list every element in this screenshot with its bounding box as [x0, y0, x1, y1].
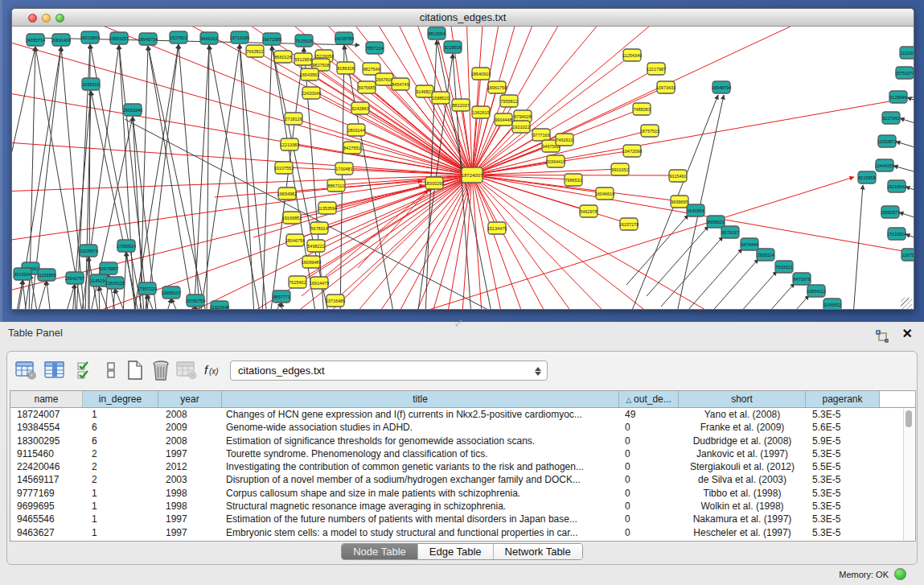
network-node[interactable]: 20691406 — [51, 34, 71, 46]
window-resize-grip[interactable] — [901, 298, 912, 309]
network-node[interactable]: 18640910 — [471, 68, 491, 80]
network-node[interactable]: 9901052 — [611, 163, 629, 175]
split-rows-button[interactable] — [99, 358, 123, 382]
network-node[interactable]: 5678314 — [310, 222, 328, 234]
network-node[interactable]: 9699695 — [671, 196, 688, 208]
table-row[interactable]: 946362711997Embryonic stem cells: a mode… — [10, 526, 915, 539]
network-node[interactable]: 10958107 — [162, 286, 181, 299]
network-node[interactable]: 12217987 — [647, 63, 666, 75]
network-node[interactable]: 2718126 — [285, 113, 302, 125]
network-node[interactable]: 9129946 — [889, 91, 907, 103]
network-node[interactable]: 11923448 — [210, 301, 229, 310]
network-node[interactable]: 20364416 — [546, 155, 565, 167]
table-row[interactable]: 977716911998Corpus callosum shape and si… — [10, 487, 915, 500]
network-node[interactable]: 8958923 — [707, 216, 725, 228]
network-node[interactable]: 18300295 — [425, 177, 444, 189]
network-node[interactable]: 7857224 — [366, 42, 384, 54]
network-node[interactable]: 13716485 — [326, 295, 345, 307]
network-node[interactable]: 8215958 — [858, 171, 876, 183]
function-builder-button[interactable]: f (x) — [202, 358, 226, 382]
network-window-titlebar[interactable]: citations_edges.txt — [12, 9, 914, 27]
network-node[interactable]: 10973433 — [656, 81, 676, 93]
panel-resize-cursor[interactable]: ⤢ — [455, 319, 462, 328]
network-node[interactable]: 1362615 — [472, 106, 490, 118]
network-node[interactable]: 8186328 — [337, 62, 355, 74]
table-row[interactable]: 911546021997Tourette syndrome. Phenomeno… — [10, 447, 915, 460]
close-panel-icon[interactable]: ✕ — [902, 326, 913, 341]
network-node[interactable]: 6679197 — [721, 226, 739, 238]
network-node[interactable]: 11254349 — [622, 49, 642, 61]
network-node[interactable]: 9904448 — [495, 113, 512, 126]
network-node[interactable]: 16543562 — [300, 68, 319, 80]
network-node[interactable]: 12213383 — [280, 138, 299, 150]
citation-network-graph[interactable]: 2405571420691406160338091065325718945734… — [12, 27, 914, 310]
network-node[interactable]: 12444159 — [875, 159, 894, 171]
network-node[interactable]: 7986532 — [565, 174, 582, 186]
network-node[interactable]: 9115460 — [669, 170, 687, 182]
network-node[interactable]: 15892971 — [881, 206, 900, 218]
network-node[interactable]: 15942757 — [65, 272, 84, 284]
network-node[interactable]: 7955812 — [500, 95, 518, 107]
network-node[interactable]: 11156859 — [37, 269, 56, 281]
network-node[interactable]: 10653257 — [109, 32, 129, 44]
network-node[interactable]: 7485083 — [633, 103, 651, 115]
network-node[interactable]: 90975887 — [99, 262, 118, 274]
network-node[interactable]: 17359924 — [117, 240, 136, 252]
network-node[interactable]: 24055714 — [26, 34, 45, 46]
column-header-year[interactable]: year — [158, 391, 222, 407]
column-header-name[interactable]: name — [10, 391, 83, 407]
column-header-title[interactable]: title — [222, 391, 619, 407]
network-node[interactable]: 8471676 — [793, 273, 811, 285]
network-node[interactable]: 7515526 — [295, 35, 313, 47]
network-node[interactable]: 19166852 — [282, 212, 302, 224]
table-row[interactable]: 1872400712008Changes of HCN gene express… — [10, 408, 915, 421]
network-node[interactable]: 17016504 — [887, 228, 906, 240]
network-node[interactable]: 20206576 — [79, 245, 98, 257]
network-node[interactable]: 9242843 — [351, 102, 369, 114]
new-table-button[interactable] — [123, 358, 147, 382]
network-node[interactable]: 9474444 — [741, 238, 758, 250]
network-node[interactable]: 10107552 — [274, 162, 294, 174]
show-columns-button[interactable] — [43, 358, 67, 382]
column-header-out_de[interactable]: △out_de... — [619, 391, 679, 407]
network-node[interactable]: 16914479 — [310, 277, 329, 289]
network-node[interactable]: 9227342 — [882, 112, 900, 124]
table-row[interactable]: 946554611997Estimation of the future num… — [10, 513, 915, 525]
vertical-scrollbar[interactable] — [903, 409, 914, 540]
table-row[interactable]: 1830029562008Estimation of significance … — [10, 435, 915, 447]
network-node[interactable]: 8822037 — [452, 99, 470, 111]
network-node[interactable]: 7625402 — [289, 276, 306, 288]
network-node[interactable]: 15134475 — [487, 222, 507, 234]
network-node[interactable]: 13505115 — [105, 277, 125, 289]
network-node[interactable]: 1640954 — [687, 204, 704, 216]
network-node[interactable]: 18945734 — [138, 33, 158, 45]
network-node[interactable]: 8813054 — [428, 27, 446, 39]
network-node[interactable]: 18046756 — [285, 234, 305, 246]
network-node[interactable]: 12093872 — [877, 135, 897, 147]
column-settings-button[interactable] — [14, 358, 38, 382]
network-node[interactable]: 1527602 — [170, 31, 187, 43]
network-node[interactable]: 7932621 — [775, 261, 793, 273]
network-node[interactable]: 17957223 — [138, 282, 157, 295]
table-row[interactable]: 969969511998Structural magnetic resonanc… — [10, 500, 915, 513]
column-header-in_degree[interactable]: in_degree — [83, 391, 158, 407]
tab-edge-table[interactable]: Edge Table — [418, 544, 494, 559]
column-header-short[interactable]: short — [679, 391, 806, 407]
network-node[interactable]: 16648794 — [712, 81, 731, 93]
network-node[interactable]: 15751074 — [895, 67, 914, 79]
network-node[interactable]: 16046616 — [595, 187, 614, 200]
table-row[interactable]: 1938455462009Genome-wide association stu… — [10, 421, 915, 434]
network-node[interactable]: 2065310 — [82, 78, 100, 90]
network-node[interactable]: 16210643 — [887, 180, 906, 192]
network-node[interactable]: 10472098 — [622, 145, 642, 157]
network-node[interactable]: 9245652 — [823, 299, 841, 310]
network-node[interactable]: 9857771 — [273, 290, 290, 303]
network-node[interactable]: 1167533 — [901, 249, 914, 261]
network-canvas[interactable]: 2405571420691406160338091065325718945734… — [12, 27, 914, 310]
tab-network-table[interactable]: Network Table — [494, 544, 582, 559]
network-node[interactable]: 2967608 — [376, 73, 393, 85]
network-node[interactable]: 18757515 — [640, 125, 659, 137]
network-node[interactable]: 16671585 — [262, 33, 281, 45]
network-node[interactable]: 3915934 — [14, 268, 31, 280]
network-node[interactable]: 16961758 — [487, 81, 507, 93]
